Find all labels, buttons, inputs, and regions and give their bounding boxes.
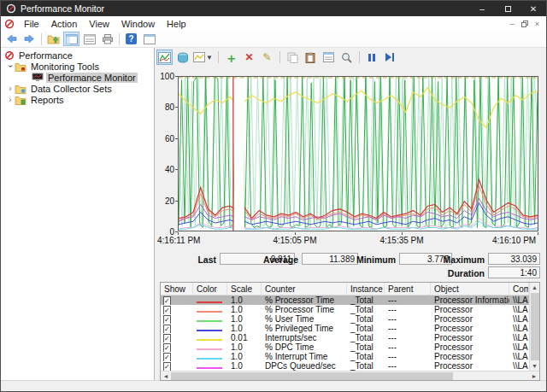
change-graph-type-icon[interactable]: ▼ (192, 50, 214, 65)
new-window-icon[interactable] (141, 32, 157, 46)
console-tree-toggle-icon[interactable] (63, 32, 79, 46)
counter-row[interactable]: ✓0.01Interrupts/sec_Total---Processor\\L… (161, 333, 529, 342)
folder-icon (15, 84, 26, 94)
column-header-computer[interactable]: Computer (509, 283, 529, 295)
show-checkbox-cell[interactable]: ✓ (161, 305, 193, 314)
show-checkbox-cell[interactable]: ✓ (161, 352, 193, 361)
vertical-scrollbar[interactable]: ▲ ▼ (529, 283, 539, 371)
counter-cell: % Privileged Time (262, 324, 347, 333)
y-axis-tick (175, 76, 178, 77)
properties-icon[interactable] (321, 50, 337, 65)
show-checkbox-cell[interactable]: ✓ (161, 295, 193, 305)
zoom-icon[interactable] (338, 50, 355, 65)
column-header-counter[interactable]: Counter (262, 283, 347, 295)
column-header-parent[interactable]: Parent (385, 283, 431, 295)
chevron-collapsed-icon[interactable]: › (6, 84, 15, 93)
parent-cell: --- (385, 305, 431, 314)
menu-help[interactable]: Help (161, 19, 192, 29)
show-checkbox[interactable]: ✓ (163, 362, 171, 371)
scale-cell: 1.0 (227, 342, 262, 352)
column-header-color[interactable]: Color (193, 283, 227, 295)
scale-cell: 1.0 (227, 305, 262, 314)
update-data-icon[interactable] (382, 50, 398, 65)
print-icon[interactable] (99, 32, 115, 46)
show-checkbox-cell[interactable]: ✓ (161, 333, 193, 342)
color-swatch-cell (193, 333, 227, 342)
object-cell: Processor (431, 305, 509, 314)
show-checkbox[interactable]: ✓ (163, 296, 171, 305)
parent-cell: --- (385, 361, 431, 371)
vertical-scroll-thumb[interactable] (531, 293, 539, 360)
show-checkbox[interactable]: ✓ (163, 306, 171, 314)
computer-cell: \\LA (509, 324, 529, 333)
counter-row[interactable]: ✓1.0% User Time_Total---Processor\\LA (161, 314, 529, 324)
mdi-restore-button[interactable] (521, 20, 528, 27)
back-icon[interactable] (3, 32, 20, 46)
counter-row[interactable]: ✓1.0% Processor Time_Total---Processor I… (161, 295, 529, 305)
counter-row[interactable]: ✓1.0% Interrupt Time_Total---Processor\\… (161, 352, 529, 361)
counter-row[interactable]: ✓1.0% Privileged Time_Total---Processor\… (161, 324, 529, 333)
performance-monitor-icon-small (4, 19, 15, 29)
chevron-collapsed-icon[interactable]: › (6, 95, 15, 104)
color-swatch (197, 348, 222, 350)
column-header-object[interactable]: Object (431, 283, 509, 295)
tree-item-performance[interactable]: Performance (1, 50, 154, 61)
counter-row[interactable]: ✓1.0% DPC Time_Total---Processor\\LA (161, 342, 529, 352)
mdi-close-button[interactable]: × (535, 20, 539, 28)
show-checkbox[interactable]: ✓ (163, 343, 171, 352)
show-checkbox-cell[interactable]: ✓ (161, 361, 193, 371)
forward-icon[interactable] (21, 32, 38, 46)
scroll-right-icon[interactable]: ► (529, 372, 539, 380)
x-axis-tick-label: 4:16:10 PM (492, 236, 536, 245)
show-checkbox[interactable]: ✓ (163, 353, 171, 361)
chevron-expanded-icon[interactable]: › (6, 62, 15, 71)
column-header-instance[interactable]: Instance (347, 283, 385, 295)
tree-item-data-collector-sets[interactable]: › Data Collector Sets (1, 83, 154, 94)
show-checkbox-cell[interactable]: ✓ (161, 342, 193, 352)
show-checkbox[interactable]: ✓ (163, 315, 171, 324)
scroll-left-icon[interactable]: ◄ (161, 372, 171, 380)
color-swatch (197, 301, 222, 303)
counter-row[interactable]: ✓1.0% Processor Time_Total---Processor\\… (161, 305, 529, 314)
counter-row[interactable]: ✓1.0DPCs Queued/sec_Total---Processor\\L… (161, 361, 529, 371)
scroll-down-icon[interactable]: ▼ (530, 361, 539, 371)
list-icon[interactable] (81, 32, 97, 46)
show-checkbox[interactable]: ✓ (163, 325, 171, 333)
object-cell: Processor (431, 342, 509, 352)
horizontal-scrollbar[interactable]: ◄ ► (161, 371, 539, 380)
view-log-data-icon[interactable] (174, 50, 191, 65)
performance-graph[interactable] (178, 76, 538, 231)
menu-action[interactable]: Action (45, 19, 84, 29)
minimize-button[interactable]: – (469, 1, 495, 16)
column-header-show[interactable]: Show (161, 283, 193, 295)
tree-item-monitoring-tools[interactable]: › Monitoring Tools (1, 61, 154, 72)
maximize-button[interactable] (495, 1, 521, 16)
menu-file[interactable]: File (18, 19, 45, 29)
show-checkbox[interactable]: ✓ (163, 334, 171, 342)
show-checkbox-cell[interactable]: ✓ (161, 324, 193, 333)
column-header-scale[interactable]: Scale (227, 283, 262, 295)
show-checkbox-cell[interactable]: ✓ (161, 314, 193, 324)
freeze-display-icon[interactable] (364, 50, 380, 65)
copy-properties-icon[interactable] (285, 50, 301, 65)
menu-view[interactable]: View (83, 19, 115, 29)
export-folder-icon[interactable] (45, 32, 62, 46)
instance-cell: _Total (347, 324, 385, 333)
close-button[interactable]: ✕ (521, 1, 546, 16)
scroll-up-icon[interactable]: ▲ (530, 283, 539, 292)
object-cell: Processor (431, 361, 509, 371)
y-axis-tick-label: 80 (155, 102, 174, 112)
highlight-icon[interactable]: ✎ (259, 50, 275, 65)
tree-item-performance-monitor[interactable]: Performance Monitor (1, 72, 154, 83)
menu-window[interactable]: Window (115, 19, 161, 29)
mdi-minimize-button[interactable]: – (510, 20, 515, 28)
horizontal-scroll-thumb[interactable] (171, 372, 453, 380)
delete-counter-icon[interactable]: ✕ (241, 50, 257, 65)
view-current-activity-icon[interactable] (156, 50, 173, 65)
add-counter-icon[interactable]: ＋ (223, 50, 239, 65)
object-cell: Processor (431, 314, 509, 324)
tree-item-reports[interactable]: › Reports (1, 94, 154, 105)
dropdown-caret-icon[interactable]: ▼ (206, 54, 213, 61)
help-icon[interactable]: ? (123, 32, 139, 46)
paste-counter-list-icon[interactable] (303, 50, 319, 65)
